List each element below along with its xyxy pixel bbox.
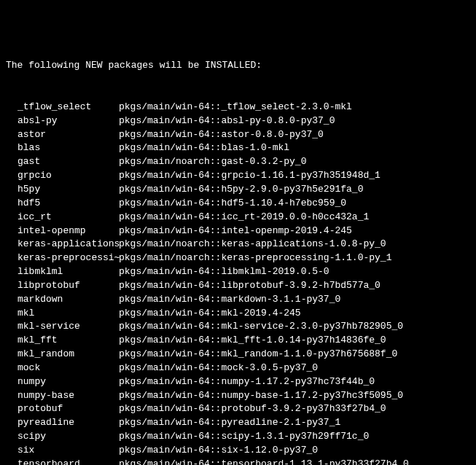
- package-row: numpypkgs/main/win-64::numpy-1.17.2-py37…: [6, 375, 470, 389]
- package-name: gast: [6, 155, 119, 169]
- package-spec: pkgs/main/win-64::scipy-1.3.1-py37h29ff7…: [119, 430, 369, 444]
- package-list: _tflow_selectpkgs/main/win-64::_tflow_se…: [6, 101, 470, 465]
- package-name: libprotobuf: [6, 279, 119, 293]
- package-name: libmklml: [6, 265, 119, 279]
- package-name: mock: [6, 362, 119, 375]
- package-spec: pkgs/main/noarch::keras-preprocessing-1.…: [119, 251, 391, 265]
- package-row: _tflow_selectpkgs/main/win-64::_tflow_se…: [6, 101, 470, 114]
- package-name: scipy: [6, 430, 119, 444]
- package-name: pyreadline: [6, 416, 119, 430]
- package-name: h5py: [6, 183, 119, 197]
- package-name: mkl_random: [6, 348, 119, 362]
- package-spec: pkgs/main/win-64::mkl-2019.4-245: [119, 307, 301, 321]
- package-row: sixpkgs/main/win-64::six-1.12.0-py37_0: [6, 444, 470, 458]
- package-name: blas: [6, 141, 119, 155]
- package-spec: pkgs/main/win-64::absl-py-0.8.0-py37_0: [119, 114, 335, 128]
- package-spec: pkgs/main/win-64::intel-openmp-2019.4-24…: [119, 224, 352, 238]
- package-spec: pkgs/main/win-64::hdf5-1.10.4-h7ebc959_0: [119, 197, 346, 211]
- package-spec: pkgs/main/win-64::mkl-service-2.3.0-py37…: [119, 320, 403, 334]
- package-spec: pkgs/main/win-64::astor-0.8.0-py37_0: [119, 128, 324, 142]
- package-spec: pkgs/main/win-64::numpy-base-1.17.2-py37…: [119, 389, 403, 403]
- package-name: numpy: [6, 375, 119, 389]
- package-spec: pkgs/main/win-64::mkl_random-1.1.0-py37h…: [119, 348, 397, 362]
- package-spec: pkgs/main/win-64::mock-3.0.5-py37_0: [119, 362, 318, 375]
- package-row: mockpkgs/main/win-64::mock-3.0.5-py37_0: [6, 362, 470, 375]
- package-row: h5pypkgs/main/win-64::h5py-2.9.0-py37h5e…: [6, 183, 470, 197]
- package-row: numpy-basepkgs/main/win-64::numpy-base-1…: [6, 389, 470, 403]
- package-row: mklpkgs/main/win-64::mkl-2019.4-245: [6, 307, 470, 321]
- package-row: grpciopkgs/main/win-64::grpcio-1.16.1-py…: [6, 169, 470, 183]
- package-spec: pkgs/main/win-64::numpy-1.17.2-py37hc73f…: [119, 375, 375, 389]
- package-name: grpcio: [6, 169, 119, 183]
- package-name: protobuf: [6, 402, 119, 416]
- package-name: intel-openmp: [6, 224, 119, 238]
- package-row: pyreadlinepkgs/main/win-64::pyreadline-2…: [6, 416, 470, 430]
- package-name: markdown: [6, 293, 119, 307]
- package-name: mkl-service: [6, 320, 119, 334]
- package-spec: pkgs/main/win-64::icc_rt-2019.0.0-h0cc43…: [119, 211, 369, 224]
- package-row: protobufpkgs/main/win-64::protobuf-3.9.2…: [6, 402, 470, 416]
- package-name: six: [6, 444, 119, 458]
- package-name: keras-preprocessi~: [6, 251, 119, 265]
- package-name: astor: [6, 128, 119, 142]
- package-spec: pkgs/main/win-64::libmklml-2019.0.5-0: [119, 265, 329, 279]
- package-spec: pkgs/main/win-64::libprotobuf-3.9.2-h7bd…: [119, 279, 381, 293]
- install-header: The following NEW packages will be INSTA…: [6, 59, 470, 73]
- package-spec: pkgs/main/win-64::_tflow_select-2.3.0-mk…: [119, 101, 352, 114]
- package-name: mkl: [6, 307, 119, 321]
- package-row: gastpkgs/main/noarch::gast-0.3.2-py_0: [6, 155, 470, 169]
- package-spec: pkgs/main/win-64::markdown-3.1.1-py37_0: [119, 293, 340, 307]
- package-name: _tflow_select: [6, 101, 119, 114]
- package-spec: pkgs/main/win-64::blas-1.0-mkl: [119, 141, 289, 155]
- package-spec: pkgs/main/win-64::tensorboard-1.13.1-py3…: [119, 458, 409, 465]
- package-name: mkl_fft: [6, 334, 119, 348]
- package-name: keras-applications: [6, 238, 119, 251]
- package-spec: pkgs/main/noarch::keras-applications-1.0…: [119, 238, 386, 251]
- package-row: hdf5pkgs/main/win-64::hdf5-1.10.4-h7ebc9…: [6, 197, 470, 211]
- package-row: mkl_randompkgs/main/win-64::mkl_random-1…: [6, 348, 470, 362]
- package-row: scipypkgs/main/win-64::scipy-1.3.1-py37h…: [6, 430, 470, 444]
- package-spec: pkgs/main/win-64::mkl_fft-1.0.14-py37h14…: [119, 334, 386, 348]
- package-spec: pkgs/main/noarch::gast-0.3.2-py_0: [119, 155, 306, 169]
- package-row: tensorboardpkgs/main/win-64::tensorboard…: [6, 458, 470, 465]
- package-row: keras-preprocessi~pkgs/main/noarch::kera…: [6, 251, 470, 265]
- package-row: absl-pypkgs/main/win-64::absl-py-0.8.0-p…: [6, 114, 470, 128]
- package-row: mkl-servicepkgs/main/win-64::mkl-service…: [6, 320, 470, 334]
- package-name: absl-py: [6, 114, 119, 128]
- package-row: markdownpkgs/main/win-64::markdown-3.1.1…: [6, 293, 470, 307]
- package-row: mkl_fftpkgs/main/win-64::mkl_fft-1.0.14-…: [6, 334, 470, 348]
- package-row: libmklmlpkgs/main/win-64::libmklml-2019.…: [6, 265, 470, 279]
- package-spec: pkgs/main/win-64::pyreadline-2.1-py37_1: [119, 416, 340, 430]
- package-row: libprotobufpkgs/main/win-64::libprotobuf…: [6, 279, 470, 293]
- package-name: tensorboard: [6, 458, 119, 465]
- package-name: hdf5: [6, 197, 119, 211]
- package-row: astorpkgs/main/win-64::astor-0.8.0-py37_…: [6, 128, 470, 142]
- package-row: keras-applicationspkgs/main/noarch::kera…: [6, 238, 470, 251]
- package-row: icc_rtpkgs/main/win-64::icc_rt-2019.0.0-…: [6, 211, 470, 224]
- package-spec: pkgs/main/win-64::six-1.12.0-py37_0: [119, 444, 318, 458]
- package-name: icc_rt: [6, 211, 119, 224]
- package-spec: pkgs/main/win-64::protobuf-3.9.2-py37h33…: [119, 402, 386, 416]
- package-row: intel-openmppkgs/main/win-64::intel-open…: [6, 224, 470, 238]
- package-name: numpy-base: [6, 389, 119, 403]
- package-spec: pkgs/main/win-64::grpcio-1.16.1-py37h351…: [119, 169, 381, 183]
- package-row: blaspkgs/main/win-64::blas-1.0-mkl: [6, 141, 470, 155]
- package-spec: pkgs/main/win-64::h5py-2.9.0-py37h5e291f…: [119, 183, 363, 197]
